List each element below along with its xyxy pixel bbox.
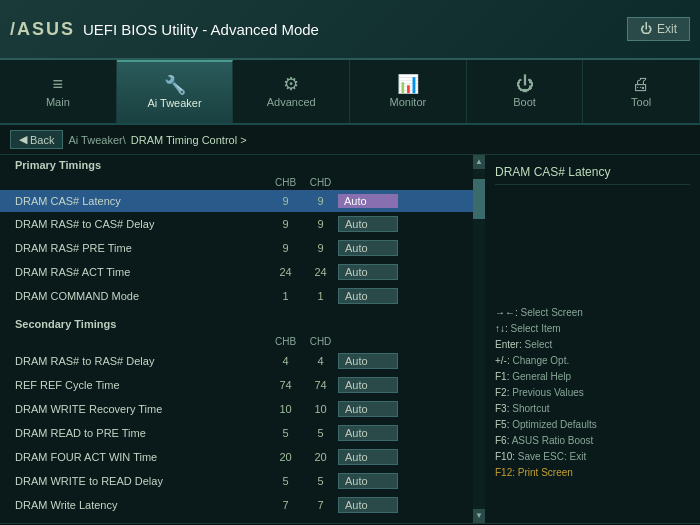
keybinding-item: F10: Save ESC: Exit (495, 449, 690, 465)
row-val: Auto (338, 240, 458, 256)
tab-advanced-label: Advanced (267, 96, 316, 108)
key-desc: Optimized Defaults (512, 419, 596, 430)
row-chb: 9 (268, 242, 303, 254)
row-name: DRAM FOUR ACT WIN Time (15, 451, 268, 463)
row-chd: 5 (303, 475, 338, 487)
key-desc: Select (524, 339, 552, 350)
table-row[interactable]: DRAM WRITE to READ Delay 5 5 Auto (0, 469, 473, 493)
table-row[interactable]: DRAM Write Latency 7 7 Auto (0, 493, 473, 517)
secondary-col-chd: CHD (303, 336, 338, 347)
scroll-track[interactable] (473, 169, 485, 509)
row-chd: 9 (303, 218, 338, 230)
row-name: REF REF Cycle Time (15, 379, 268, 391)
scroll-down-button[interactable]: ▼ (473, 509, 485, 523)
row-chd: 9 (303, 242, 338, 254)
breadcrumb: ◀ Back Ai Tweaker\ DRAM Timing Control > (0, 125, 700, 155)
keybinding-item: Enter: Select (495, 337, 690, 353)
main-icon: ≡ (53, 75, 64, 93)
back-button[interactable]: ◀ Back (10, 130, 63, 149)
key-desc: Select Item (511, 323, 561, 334)
table-row[interactable]: DRAM CAS# Latency 9 9 Auto (0, 190, 473, 212)
back-label: Back (30, 134, 54, 146)
back-arrow-icon: ◀ (19, 133, 27, 146)
row-val: Auto (338, 401, 458, 417)
tab-boot-label: Boot (513, 96, 536, 108)
table-row[interactable]: DRAM FOUR ACT WIN Time 20 20 Auto (0, 445, 473, 469)
row-chb: 4 (268, 355, 303, 367)
primary-col-chb: CHB (268, 177, 303, 188)
header-title: UEFI BIOS Utility - Advanced Mode (83, 21, 319, 38)
row-chb: 24 (268, 266, 303, 278)
tab-advanced[interactable]: ⚙ Advanced (233, 60, 350, 123)
exit-button[interactable]: ⏻ Exit (627, 17, 690, 41)
left-panel-container: Primary Timings CHB CHD DRAM CAS# Latenc… (0, 155, 485, 523)
keybinding-item: F12: Print Screen (495, 465, 690, 481)
key-label: F5: (495, 419, 512, 430)
table-row[interactable]: DRAM WRITE Recovery Time 10 10 Auto (0, 397, 473, 421)
tab-monitor[interactable]: 📊 Monitor (350, 60, 467, 123)
key-desc: Shortcut (512, 403, 549, 414)
row-val: Auto (338, 288, 458, 304)
keybinding-item: F6: ASUS Ratio Boost (495, 433, 690, 449)
row-chb: 5 (268, 427, 303, 439)
tab-main-label: Main (46, 96, 70, 108)
breadcrumb-path: Ai Tweaker\ (68, 134, 125, 146)
tab-tool[interactable]: 🖨 Tool (583, 60, 700, 123)
key-label: F3: (495, 403, 512, 414)
row-chb: 7 (268, 499, 303, 511)
row-name: DRAM RAS# to RAS# Delay (15, 355, 268, 367)
primary-col-chd: CHD (303, 177, 338, 188)
row-chb: 9 (268, 195, 303, 207)
row-chd: 74 (303, 379, 338, 391)
scroll-thumb[interactable] (473, 179, 485, 219)
row-chb: 20 (268, 451, 303, 463)
tab-ai-tweaker-label: Ai Tweaker (147, 97, 201, 109)
key-label: ↑↓: (495, 323, 511, 334)
table-row[interactable]: DRAM RAS# PRE Time 9 9 Auto (0, 236, 473, 260)
key-label: F10: (495, 451, 518, 462)
table-row[interactable]: DRAM RAS# to CAS# Delay 9 9 Auto (0, 212, 473, 236)
monitor-icon: 📊 (397, 75, 419, 93)
primary-timings-label: Primary Timings (0, 155, 473, 175)
row-val: Auto (338, 353, 458, 369)
table-row[interactable]: DRAM READ to PRE Time 5 5 Auto (0, 421, 473, 445)
exit-label: Exit (657, 22, 677, 36)
row-val: Auto (338, 473, 458, 489)
row-chd: 20 (303, 451, 338, 463)
key-label: Enter: (495, 339, 524, 350)
row-val: Auto (338, 449, 458, 465)
tab-main[interactable]: ≡ Main (0, 60, 117, 123)
keybinding-item: F2: Previous Values (495, 385, 690, 401)
key-desc: Print Screen (518, 467, 573, 478)
row-chd: 4 (303, 355, 338, 367)
row-val: Auto (338, 377, 458, 393)
key-label: F2: (495, 387, 512, 398)
main-content: Primary Timings CHB CHD DRAM CAS# Latenc… (0, 155, 700, 523)
row-chd: 1 (303, 290, 338, 302)
secondary-col-chb: CHB (268, 336, 303, 347)
key-label: F1: (495, 371, 512, 382)
table-row[interactable]: DRAM COMMAND Mode 1 1 Auto (0, 284, 473, 308)
key-label: →←: (495, 307, 521, 318)
scrollbar[interactable]: ▲ ▼ (473, 155, 485, 523)
table-row[interactable]: REF REF Cycle Time 74 74 Auto (0, 373, 473, 397)
table-row[interactable]: DRAM RAS# ACT Time 24 24 Auto (0, 260, 473, 284)
row-chd: 7 (303, 499, 338, 511)
header: /ASUS UEFI BIOS Utility - Advanced Mode … (0, 0, 700, 60)
row-chb: 9 (268, 218, 303, 230)
row-name: DRAM RAS# ACT Time (15, 266, 268, 278)
key-desc: Previous Values (512, 387, 584, 398)
row-chd: 10 (303, 403, 338, 415)
table-row[interactable]: DRAM RAS# to RAS# Delay 4 4 Auto (0, 349, 473, 373)
row-val: Auto (338, 194, 458, 208)
row-name: DRAM RAS# PRE Time (15, 242, 268, 254)
row-val: Auto (338, 497, 458, 513)
key-desc: Change Opt. (513, 355, 570, 366)
row-chd: 24 (303, 266, 338, 278)
tab-ai-tweaker[interactable]: 🔧 Ai Tweaker (117, 60, 234, 123)
row-name: DRAM WRITE Recovery Time (15, 403, 268, 415)
scroll-up-button[interactable]: ▲ (473, 155, 485, 169)
key-label: +/-: (495, 355, 513, 366)
tab-boot[interactable]: ⏻ Boot (467, 60, 584, 123)
secondary-timings-label: Secondary Timings (0, 314, 473, 334)
